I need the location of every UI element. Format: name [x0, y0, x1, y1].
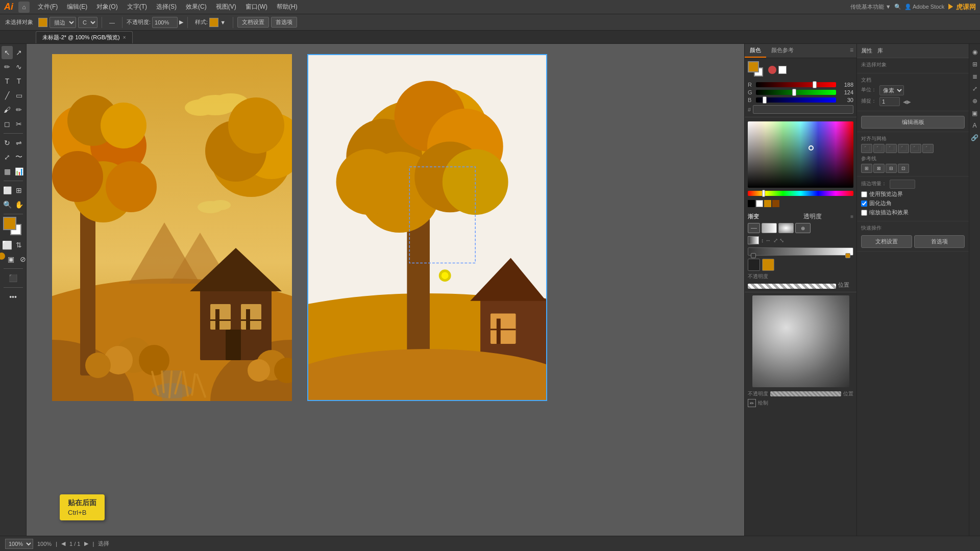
line-tool[interactable]: ╱: [2, 89, 13, 102]
strip-gradient-icon[interactable]: ▣: [970, 108, 980, 118]
opacity-bottom-track[interactable]: [770, 391, 841, 396]
g-slider-thumb[interactable]: [792, 89, 796, 96]
document-settings-quick-btn[interactable]: 文档设置: [861, 235, 912, 248]
ref-btn-1[interactable]: ⊞: [861, 164, 872, 173]
menu-view[interactable]: 视图(V): [212, 2, 240, 12]
pen-tool[interactable]: ✏: [2, 60, 13, 73]
tab-close-button[interactable]: ×: [123, 35, 126, 40]
round-corners-checkbox[interactable]: [861, 201, 867, 207]
gradient-edit-icon[interactable]: ✏: [748, 399, 756, 407]
hue-thumb[interactable]: [762, 190, 765, 197]
menu-file[interactable]: 文件(F): [34, 2, 62, 12]
strip-link-icon[interactable]: 🔗: [970, 133, 980, 143]
style-swatch[interactable]: [209, 18, 218, 27]
menu-edit[interactable]: 编辑(E): [63, 2, 91, 12]
fill-color-swatch[interactable]: [38, 18, 47, 27]
scale-strokes-checkbox[interactable]: [861, 210, 867, 216]
hand-tool[interactable]: ✋: [13, 198, 24, 211]
ref-btn-4[interactable]: ⊡: [898, 164, 909, 173]
reflect-tool[interactable]: ⇌: [13, 136, 24, 149]
gradient-collapse-icon[interactable]: ≡: [850, 214, 853, 219]
menu-help[interactable]: 帮助(H): [273, 2, 302, 12]
swatch-white[interactable]: [756, 200, 763, 207]
swatch-black[interactable]: [748, 200, 755, 207]
menu-select[interactable]: 选择(S): [152, 2, 181, 12]
menu-text[interactable]: 文字(T): [123, 2, 151, 12]
pencil-tool[interactable]: ✏: [13, 103, 24, 116]
panel-collapse-btn[interactable]: ≡: [847, 44, 856, 58]
strip-type-icon[interactable]: A: [970, 120, 980, 131]
strip-layers-icon[interactable]: ⊞: [970, 59, 980, 69]
fill-swatch[interactable]: [748, 61, 759, 72]
swap-colors-button[interactable]: ⇅: [13, 238, 24, 252]
mesh-tool[interactable]: ⊞: [13, 184, 24, 197]
scale-tool[interactable]: ⤢: [2, 151, 13, 164]
artwork-canvas-1[interactable]: [52, 54, 292, 401]
gradient-preview-small[interactable]: [748, 236, 759, 244]
edit-board-btn[interactable]: 编辑画板: [861, 116, 965, 129]
gradient-freeform-btn[interactable]: ⊕: [795, 223, 811, 233]
preferences-quick-btn[interactable]: 首选项: [914, 235, 965, 248]
document-settings-btn[interactable]: 文档设置: [237, 17, 269, 28]
menu-window[interactable]: 窗口(W): [241, 2, 272, 12]
hex-input[interactable]: BC7C1E: [753, 105, 853, 114]
align-bottom-btn[interactable]: ⬛: [922, 144, 934, 153]
stroke-select[interactable]: 描边: [50, 17, 76, 28]
curvature-tool[interactable]: ∿: [13, 60, 24, 73]
swatch-orange[interactable]: [764, 200, 771, 207]
zoom-tool[interactable]: 🔍: [2, 198, 13, 211]
nav-next-btn[interactable]: ▶: [84, 540, 88, 547]
style-dropdown-arrow[interactable]: ▼: [220, 19, 226, 26]
color-reference-tab[interactable]: 颜色参考: [766, 44, 799, 58]
unit-select[interactable]: 像素 毫米 英寸: [879, 85, 904, 95]
stroke-style-select[interactable]: C: [78, 17, 97, 28]
home-button[interactable]: ⌂: [18, 2, 30, 13]
color-mode-btn[interactable]: [0, 253, 5, 260]
type-tool[interactable]: T: [2, 74, 13, 88]
menu-effect[interactable]: 效果(C): [182, 2, 211, 12]
strip-pathfinder-icon[interactable]: ⊕: [970, 96, 980, 106]
library-title[interactable]: 库: [877, 47, 883, 55]
r-slider-thumb[interactable]: [813, 81, 817, 88]
opacity-bar[interactable]: [748, 284, 836, 289]
preferences-btn[interactable]: 首选项: [271, 17, 297, 28]
gradient-mode-btn[interactable]: ▣: [6, 253, 17, 266]
stroke-width-selector[interactable]: —: [106, 18, 118, 27]
search-icon[interactable]: 🔍: [894, 4, 901, 10]
spectrum-cursor[interactable]: [808, 145, 814, 151]
snapping-arrows[interactable]: ◀▶: [903, 99, 911, 105]
stroke-width-input[interactable]: 1 px: [890, 180, 915, 189]
menu-object[interactable]: 对象(O): [92, 2, 121, 12]
scissors-tool[interactable]: ✂: [13, 117, 24, 131]
align-top-btn[interactable]: ⬛: [898, 144, 909, 153]
hue-bar[interactable]: [748, 191, 853, 196]
warp-tool[interactable]: 〜: [13, 151, 24, 164]
strip-circle-icon[interactable]: ◉: [970, 47, 980, 57]
artboard-tool[interactable]: ⬛: [2, 271, 24, 285]
rotate-tool[interactable]: ↻: [2, 136, 13, 149]
grad-swatch-dark[interactable]: [748, 259, 760, 271]
user-icon[interactable]: 👤 Adobe Stock: [904, 4, 945, 10]
opacity-input[interactable]: [152, 17, 178, 28]
white-fill-icon[interactable]: [778, 66, 787, 74]
more-tools-btn[interactable]: •••: [2, 290, 24, 304]
gradient-none-btn[interactable]: —: [748, 223, 760, 233]
direct-selection-tool[interactable]: ↗: [13, 46, 24, 59]
r-slider-track[interactable]: [756, 82, 836, 87]
strip-align-icon[interactable]: ≣: [970, 71, 980, 82]
document-tab[interactable]: 未标题-2* @ 100% (RGB/预览) ×: [36, 31, 133, 43]
align-left-btn[interactable]: ⬛: [861, 144, 872, 153]
color-tab[interactable]: 颜色: [745, 44, 766, 58]
eraser-tool[interactable]: ◻: [2, 117, 13, 131]
canvas-area[interactable]: 贴在后面 Ctrl+B: [27, 44, 744, 551]
paintbrush-tool[interactable]: 🖌: [2, 103, 13, 116]
ref-btn-2[interactable]: ⊠: [873, 164, 885, 173]
gradient-tool[interactable]: ⬜: [2, 184, 13, 197]
chart-tool[interactable]: 📊: [13, 165, 24, 178]
fill-stroke-selector[interactable]: [748, 61, 765, 79]
opacity-arrow[interactable]: ▶: [179, 19, 183, 26]
color-spectrum[interactable]: [748, 121, 853, 188]
gradient-stop-right[interactable]: [845, 253, 850, 258]
zoom-select[interactable]: 100%: [5, 539, 33, 549]
nav-prev-btn[interactable]: ◀: [61, 540, 65, 547]
